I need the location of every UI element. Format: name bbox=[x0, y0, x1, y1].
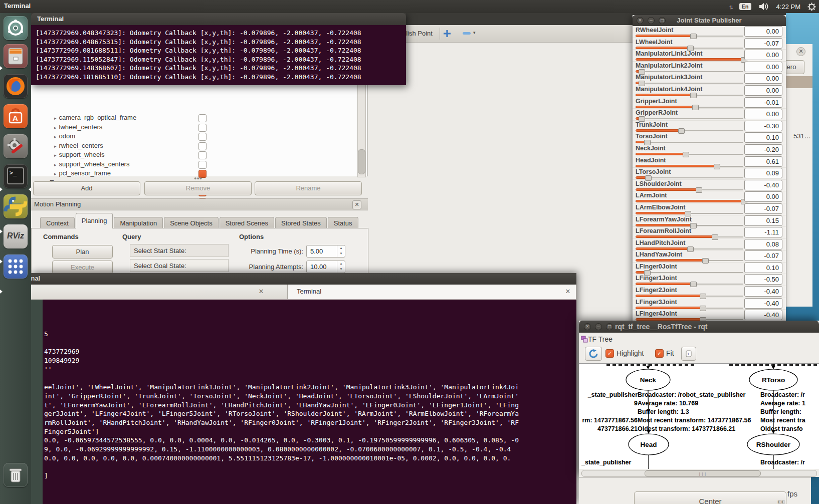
joint-value-field[interactable]: 0.00 bbox=[744, 26, 782, 37]
display-enabled-checkbox[interactable] bbox=[198, 142, 207, 150]
display-tree-row[interactable]: ▸odom bbox=[31, 132, 367, 141]
display-tree-row[interactable]: ▸camera_rgb_optical_frame bbox=[31, 113, 367, 123]
motion-planning-header[interactable]: Motion Planning ✕ bbox=[31, 198, 368, 210]
fit-checkbox[interactable]: ✓ bbox=[655, 349, 664, 358]
terminal-top-output[interactable]: [1473772969.048347323]: Odometry Callbac… bbox=[31, 25, 406, 85]
resize-grip-icon[interactable]: ◧◧ bbox=[777, 499, 785, 504]
joint-value-field[interactable]: -0.40 bbox=[744, 298, 782, 309]
plan-button[interactable]: Plan bbox=[52, 245, 113, 259]
display-label[interactable]: support_wheels bbox=[59, 151, 105, 158]
save-image-button[interactable]: 1 bbox=[681, 347, 696, 361]
joint-slider[interactable] bbox=[636, 140, 743, 144]
joint-slider[interactable] bbox=[636, 211, 743, 215]
joint-value-field[interactable]: 0.15 bbox=[744, 215, 782, 226]
joint-value-field[interactable]: -0.40 bbox=[744, 286, 782, 297]
joint-slider[interactable] bbox=[636, 46, 743, 50]
planning-attempts-value[interactable]: 10.00 bbox=[310, 263, 327, 271]
joint-value-field[interactable]: -1.11 bbox=[744, 227, 782, 237]
graph-scrollbar[interactable]: | | | bbox=[581, 470, 817, 477]
rename-display-button[interactable]: Rename bbox=[255, 181, 362, 195]
joint-value-field[interactable]: -0.07 bbox=[744, 38, 782, 49]
tab-close-icon[interactable]: ✕ bbox=[564, 288, 572, 296]
terminal-tab-1[interactable]: ✕ bbox=[31, 285, 288, 299]
remove-tool-icon[interactable] bbox=[462, 32, 471, 36]
clock[interactable]: 4:22 PM bbox=[776, 3, 800, 11]
graph-scrollbar-thumb[interactable]: | | | bbox=[645, 470, 761, 476]
add-display-button[interactable]: Add bbox=[33, 181, 140, 195]
graph-node-rtorso[interactable]: RTorso bbox=[762, 376, 785, 384]
close-icon[interactable]: × bbox=[584, 323, 591, 330]
expand-arrow-icon[interactable]: ▸ bbox=[54, 144, 57, 149]
expand-arrow-icon[interactable]: ▸ bbox=[54, 125, 57, 130]
display-enabled-checkbox[interactable] bbox=[198, 124, 207, 132]
joint-slider[interactable] bbox=[636, 58, 743, 61]
rviz-launcher-icon[interactable]: RViz bbox=[4, 224, 28, 248]
display-tree-row[interactable]: ▸rwheel_centers bbox=[31, 141, 367, 151]
joint-value-field[interactable]: -0.07 bbox=[744, 250, 782, 261]
jsp-titlebar[interactable]: × – □ Joint State Publisher bbox=[633, 15, 786, 26]
terminal-top-titlebar[interactable]: Terminal bbox=[31, 13, 406, 25]
joint-value-field[interactable]: -0.20 bbox=[744, 144, 782, 155]
graph-node-neck[interactable]: Neck bbox=[640, 376, 656, 384]
display-tree-row[interactable]: ▸lwheel_centers bbox=[31, 123, 367, 132]
joint-slider[interactable] bbox=[636, 176, 743, 179]
app-grid-launcher-icon[interactable] bbox=[4, 255, 28, 279]
display-tree-row[interactable]: ▸support_wheels bbox=[31, 150, 367, 160]
joint-slider[interactable] bbox=[636, 235, 743, 238]
execute-button[interactable]: Execute bbox=[52, 261, 113, 274]
refresh-button[interactable] bbox=[585, 347, 602, 361]
joint-value-field[interactable]: 0.00 bbox=[744, 191, 782, 202]
joint-slider[interactable] bbox=[636, 306, 743, 310]
spinner-arrows-icon[interactable]: ▲▼ bbox=[337, 245, 345, 257]
joint-slider[interactable] bbox=[636, 70, 743, 73]
planning-time-spinbox[interactable]: 5.00 ▲▼ bbox=[306, 245, 345, 258]
joint-slider[interactable] bbox=[636, 282, 743, 286]
joint-slider[interactable] bbox=[636, 152, 743, 156]
tool-drop-chevron-icon[interactable]: ▾ bbox=[473, 30, 476, 35]
joint-slider[interactable] bbox=[636, 199, 743, 203]
display-enabled-checkbox[interactable] bbox=[198, 161, 207, 169]
joint-value-field[interactable]: -0.50 bbox=[744, 274, 782, 285]
display-enabled-checkbox[interactable] bbox=[198, 133, 207, 141]
terminal-tab-2[interactable]: Terminal ✕ bbox=[288, 285, 576, 299]
remove-display-button[interactable]: Remove bbox=[144, 181, 252, 195]
network-indicator-icon[interactable]: ↑↓ bbox=[729, 3, 732, 11]
terminal-bottom-titlebar[interactable]: Terminal bbox=[31, 273, 576, 285]
joint-slider[interactable] bbox=[636, 247, 743, 250]
joint-value-field[interactable]: 0.61 bbox=[744, 156, 782, 167]
volume-icon[interactable] bbox=[758, 3, 769, 11]
joint-slider[interactable] bbox=[636, 259, 743, 262]
highlight-checkbox[interactable]: ✓ bbox=[605, 349, 614, 358]
add-tool-icon[interactable] bbox=[443, 30, 451, 38]
tab-close-icon[interactable]: ✕ bbox=[257, 288, 265, 296]
python-launcher-icon[interactable] bbox=[4, 194, 28, 218]
joint-value-field[interactable]: 0.00 bbox=[744, 73, 782, 84]
joint-value-field[interactable]: -0.40 bbox=[744, 180, 782, 190]
graph-node-rshoulder[interactable]: RShoulder bbox=[756, 441, 790, 448]
joint-value-field[interactable]: 0.00 bbox=[744, 50, 782, 60]
joint-slider[interactable] bbox=[636, 129, 743, 132]
display-label[interactable]: camera_rgb_optical_frame bbox=[59, 114, 137, 121]
trash-launcher-icon[interactable] bbox=[4, 463, 28, 487]
joint-value-field[interactable]: 0.10 bbox=[744, 132, 782, 143]
session-gear-icon[interactable] bbox=[807, 3, 816, 11]
joint-slider[interactable] bbox=[636, 294, 743, 298]
maximize-icon[interactable]: □ bbox=[606, 323, 613, 330]
joint-slider[interactable] bbox=[636, 117, 743, 120]
joint-slider[interactable] bbox=[636, 34, 743, 38]
active-app-title[interactable]: Terminal bbox=[4, 2, 31, 10]
display-enabled-checkbox[interactable] bbox=[198, 151, 207, 159]
files-launcher-icon[interactable] bbox=[4, 44, 28, 68]
displays-scrollbar-thumb[interactable] bbox=[358, 149, 365, 174]
joint-slider[interactable] bbox=[636, 105, 743, 109]
joint-value-field[interactable]: -0.30 bbox=[744, 121, 782, 131]
terminal-bottom-output[interactable]: 5473772969109849929''eelJoint', 'LWheelJ… bbox=[31, 300, 576, 504]
spinner-arrows-icon[interactable]: ▲▼ bbox=[337, 261, 345, 273]
joint-value-field[interactable]: -0.40 bbox=[744, 310, 782, 320]
dash-home-button[interactable] bbox=[4, 16, 28, 40]
joint-value-field[interactable]: 0.00 bbox=[744, 85, 782, 96]
joint-slider[interactable] bbox=[636, 164, 743, 168]
display-label[interactable]: rwheel_centers bbox=[59, 142, 103, 149]
joint-slider[interactable] bbox=[636, 188, 743, 191]
motion-planning-close-icon[interactable]: ✕ bbox=[352, 200, 361, 209]
